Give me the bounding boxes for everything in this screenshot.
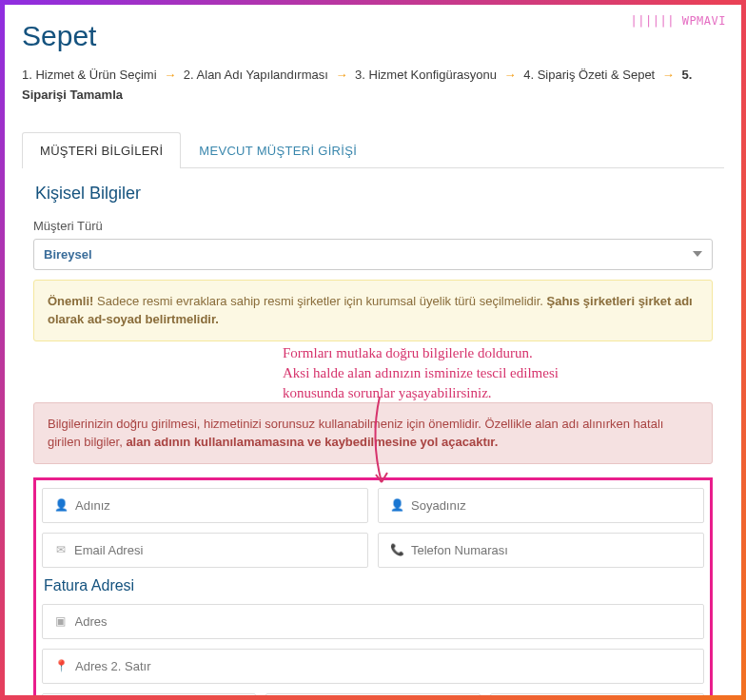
step-2[interactable]: 2. Alan Adı Yapılandırması	[184, 68, 328, 82]
address-field[interactable]: ▣	[42, 604, 704, 639]
annotation-text: Formları mutlaka doğru bilgilerle doldur…	[283, 343, 559, 403]
email-field[interactable]: ✉	[42, 533, 368, 568]
annotation-arrow-icon	[361, 387, 399, 492]
phone-input[interactable]	[411, 543, 692, 557]
firstname-field[interactable]: 👤	[42, 488, 368, 523]
user-icon: 👤	[390, 498, 403, 512]
mail-icon: ✉	[54, 543, 67, 556]
address2-input[interactable]	[75, 659, 692, 673]
phone-field[interactable]: 📞	[378, 533, 704, 568]
email-input[interactable]	[74, 543, 356, 557]
arrow-icon: →	[662, 68, 675, 82]
annotation-line: Aksi halde alan adınızın isminize tescil…	[283, 363, 559, 383]
user-icon: 👤	[54, 498, 68, 512]
chevron-down-icon	[693, 251, 702, 257]
arrow-icon: →	[164, 68, 176, 82]
lastname-input[interactable]	[411, 498, 692, 513]
tab-existing-login[interactable]: MEVCUT MÜŞTERİ GİRİŞİ	[181, 132, 375, 168]
pin-icon: 📍	[54, 659, 68, 672]
form-highlight: 👤 👤 ✉ 📞 Fatura Adresi	[33, 477, 713, 695]
address-input[interactable]	[75, 614, 692, 629]
billing-heading: Fatura Adresi	[44, 577, 704, 594]
customer-type-label: Müşteri Türü	[33, 219, 713, 233]
alert-warning-strong: alan adının kullanılamamasına ve kaybedi…	[126, 435, 498, 449]
alert-strong: Önemli!	[48, 294, 93, 308]
customer-type-value: Bireysel	[44, 247, 92, 262]
watermark: |||||| WPMAVI	[631, 14, 726, 28]
alert-important: Önemli! Sadece resmi evraklara sahip res…	[33, 280, 713, 341]
personal-heading: Kişisel Bilgiler	[35, 184, 711, 204]
arrow-icon: →	[335, 68, 347, 82]
phone-icon: 📞	[390, 543, 403, 556]
lastname-field[interactable]: 👤	[378, 488, 704, 523]
tab-customer-info[interactable]: MÜŞTERİ BİLGİLERİ	[22, 132, 181, 168]
step-4[interactable]: 4. Sipariş Özeti & Sepet	[523, 68, 655, 82]
customer-type-select[interactable]: Bireysel	[33, 239, 713, 270]
arrow-icon: →	[504, 68, 517, 82]
annotation-line: Formları mutlaka doğru bilgilerle doldur…	[283, 343, 559, 363]
tabs: MÜŞTERİ BİLGİLERİ MEVCUT MÜŞTERİ GİRİŞİ	[22, 132, 724, 168]
breadcrumb: 1. Hizmet & Ürün Seçimi → 2. Alan Adı Ya…	[22, 66, 724, 106]
page-title: Sepet	[22, 20, 724, 52]
city-field[interactable]: ▣	[42, 693, 256, 695]
firstname-input[interactable]	[75, 498, 356, 513]
address2-field[interactable]: 📍	[42, 649, 704, 684]
building-icon: ▣	[54, 614, 68, 628]
step-3[interactable]: 3. Hizmet Konfigürasyonu	[355, 68, 497, 82]
district-field[interactable]: 🗺	[265, 693, 480, 695]
postcode-field[interactable]: ●	[490, 693, 704, 695]
annotation-line: konusunda sorunlar yaşayabilirsiniz.	[283, 383, 559, 403]
alert-text: Sadece resmi evraklara sahip resmi şirke…	[93, 294, 546, 308]
step-1[interactable]: 1. Hizmet & Ürün Seçimi	[22, 68, 157, 82]
